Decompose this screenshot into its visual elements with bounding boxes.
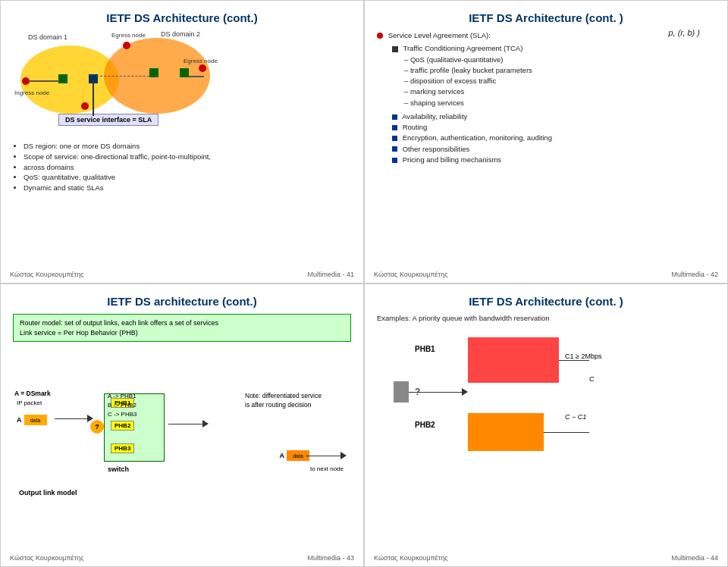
c-label: C: [589, 375, 595, 383]
slide1-author: Κώστας Κουρκουμπέτης: [10, 271, 84, 278]
slide4-title: IETF DS Architecture (cont. ): [377, 295, 715, 308]
qos-item: – QoS (qualitative-quantitative): [377, 55, 715, 65]
slide4-author: Κώστας Κουρκουμπέτης: [374, 554, 448, 562]
slide-grid: IETF DS Architecture (cont.) DS domain 1…: [0, 0, 728, 567]
route-a: A -> PHB1: [108, 392, 136, 401]
sq-blue-icon: [392, 114, 397, 120]
traffic-profile-item: – traffic profile (leaky bucket paramete…: [377, 65, 715, 76]
route-c: C -> PHB3: [108, 410, 136, 419]
bullet-item: Dynamic and static SLAs: [24, 183, 351, 193]
slide2-author: Κώστας Κουρκουμπέτης: [374, 271, 448, 278]
question-mark: ?: [90, 420, 104, 434]
phb2-box: PHB2: [111, 421, 134, 431]
bullet-item: DS region: one or more DS domains: [24, 141, 351, 152]
slide2-title: IETF DS Architecture (cont. ): [377, 11, 715, 24]
slide3-footer: Κώστας Κουρκουμπέτης Multimedia - 43: [1, 554, 363, 562]
egress-node-sq1: [58, 74, 67, 83]
priority-diagram: PHB1 PHB2 ? High priority Low priority C…: [377, 330, 715, 481]
slide-3: IETF DS architecture (cont.) Router mode…: [0, 284, 364, 567]
highlight-line1: Router model: set of output links, each …: [20, 319, 218, 327]
pricing-item: Pricing and billing mechanisms: [377, 155, 715, 165]
dashed-1: [96, 76, 157, 77]
slide1-title: IETF DS Architecture (cont.): [13, 11, 351, 24]
sq-blue-icon: [392, 158, 397, 163]
bullet-item: Scope of service: one-directional traffi…: [24, 152, 351, 162]
line-1: [30, 80, 60, 82]
slide-1: IETF DS Architecture (cont.) DS domain 1…: [0, 0, 364, 284]
ingress-node-circle: [22, 77, 30, 85]
note-body: is after routing decision: [245, 401, 344, 410]
slide1-diagram: DS domain 1 DS domain 2 Ingress node Egr…: [13, 30, 351, 136]
slide2-num: Multimedia - 42: [671, 271, 718, 278]
slide2-content: Service Level Agreement (SLA): Traffic C…: [377, 30, 715, 165]
to-next-label: to next node: [310, 465, 344, 472]
server-arrow: [409, 392, 466, 393]
output-link-label: Output link model: [19, 489, 77, 497]
ingress-label: Ingress node: [14, 89, 49, 96]
cc1-label: C − C1: [565, 413, 586, 421]
egress-label-2: Egress node: [184, 58, 218, 64]
ds-domain-1-label: DS domain 1: [28, 33, 67, 41]
marking-item: – marking services: [377, 86, 715, 97]
highlight-line2: Link service = Per Hop Behavior (PHB): [20, 329, 138, 337]
bullet-item: QoS: quantitative, qualitative: [24, 172, 351, 183]
server-arrow-head: [462, 388, 468, 396]
routing-item: Routing: [377, 122, 715, 133]
sla-main: Service Level Agreement (SLA):: [377, 30, 715, 41]
slide-2: IETF DS Architecture (cont. ) Service Le…: [364, 0, 728, 284]
c1-label: C1 ≥ 2Mbps: [565, 352, 601, 360]
slide4-num: Multimedia - 44: [671, 554, 718, 562]
phb3-box: PHB3: [111, 443, 134, 453]
example-text: Examples: A priority queue with bandwidt…: [377, 314, 550, 322]
note-title: Note: differentiated service: [245, 392, 344, 401]
other-item: Other responsibilities: [377, 144, 715, 155]
sq-icon: [392, 46, 398, 52]
sla-vert-line: [93, 80, 94, 116]
egress-node-circle2: [81, 102, 89, 110]
slide4-example: Examples: A priority queue with bandwidt…: [377, 314, 715, 322]
data-rect: data: [24, 415, 47, 425]
a-data-row: A data: [17, 415, 47, 425]
disposition-item: – disposition of excess traffic: [377, 76, 715, 86]
math-formula: p, (r, b) ): [668, 27, 700, 39]
slide-4: IETF DS Architecture (cont. ) Examples: …: [364, 284, 728, 567]
phb2-label: PHB2: [415, 421, 435, 429]
slide4-footer: Κώστας Κουρκουμπέτης Multimedia - 44: [365, 554, 727, 562]
egress-node-sq4: [180, 68, 189, 77]
bullet-dot-icon: [377, 33, 383, 39]
low-priority-label: Low priority: [563, 512, 589, 528]
arrow-to-switch: [55, 418, 91, 419]
dsmark-label: A = DSmark: [14, 390, 51, 397]
shaping-item: – shaping services: [377, 98, 715, 108]
server-icon: [394, 381, 409, 403]
egress-node-circle1: [123, 42, 130, 49]
slide3-title: IETF DS architecture (cont.): [13, 295, 351, 308]
availability-item: Availability, reliability: [377, 111, 715, 122]
sq-blue-icon: [392, 125, 397, 130]
tca-item: Traffic Conditioning Agreement (TCA) p, …: [377, 43, 715, 54]
slide1-bullets: DS region: one or more DS domains Scope …: [13, 141, 351, 193]
high-priority-label: High priority: [563, 364, 589, 381]
slide3-diagram: A = DSmark IP packet A data PHB1 PHB2 PH…: [13, 348, 351, 500]
ds-domain-2-label: DS domain 2: [161, 30, 200, 38]
encryption-item: Encryption, authentication, monitoring, …: [377, 133, 715, 143]
switch-label: switch: [108, 465, 129, 473]
high-out-arrow: [559, 360, 589, 361]
slide3-num: Multimedia - 43: [307, 554, 354, 562]
bullet-item: across domains: [24, 162, 351, 173]
slide2-footer: Κώστας Κουρκουμπέτης Multimedia - 42: [365, 271, 727, 278]
line-2: [189, 76, 204, 77]
low-priority-rect: Low priority: [468, 413, 544, 451]
output-arrow: [168, 424, 206, 424]
low-out-arrow: [544, 432, 589, 433]
abc-routes: A -> PHB1 B -> PHB2 C -> PHB3: [108, 392, 136, 419]
high-priority-rect: High priority: [468, 337, 559, 383]
ip-packet-label: IP packet: [17, 399, 42, 406]
sq-blue-icon: [392, 136, 397, 141]
slide1-num: Multimedia - 41: [307, 271, 354, 278]
phb1-label: PHB1: [415, 345, 435, 353]
to-next-arrow: [306, 456, 344, 456]
egress-node-circle3: [199, 64, 206, 72]
sq-blue-icon: [392, 146, 397, 152]
egress-label-1: Egress node: [111, 32, 146, 39]
